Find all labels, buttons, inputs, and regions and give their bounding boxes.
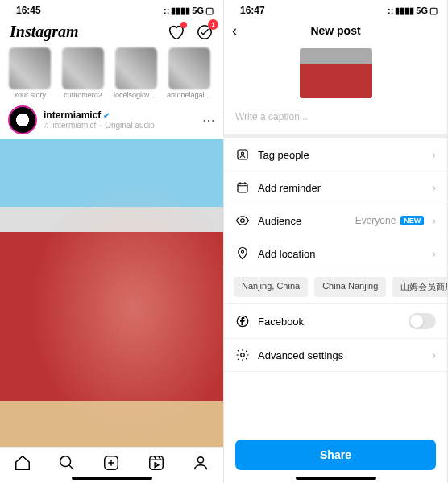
bottom-nav <box>0 447 223 477</box>
battery-icon: ▢ <box>205 6 214 16</box>
row-label: Audience <box>258 215 347 227</box>
new-badge: NEW <box>400 216 424 225</box>
messages-badge: 1 <box>208 19 218 30</box>
facebook-toggle[interactable] <box>409 313 436 329</box>
location-chip[interactable]: Nanjing, China <box>234 277 308 297</box>
network-label: 5G <box>192 6 204 15</box>
story-label: antonelagaller <box>167 91 212 99</box>
gear-icon <box>235 348 250 362</box>
status-right: :: ▮▮▮▮ 5G ▢ <box>164 6 214 16</box>
story-item[interactable]: locelsogiovani <box>113 47 160 99</box>
post-thumbnail[interactable] <box>300 48 372 98</box>
music-icon: ♫ <box>44 121 50 130</box>
signal-icon: ▮▮▮▮ <box>171 6 190 16</box>
svg-point-1 <box>60 456 71 467</box>
instagram-logo[interactable]: Instagram <box>10 23 79 41</box>
row-label: Tag people <box>258 149 424 161</box>
calendar-icon <box>235 180 250 195</box>
share-button[interactable]: Share <box>235 440 436 470</box>
audience-value: Everyone NEW <box>355 215 425 226</box>
location-icon <box>235 246 250 261</box>
row-label: Add location <box>258 248 424 260</box>
story-label: Your story <box>14 91 46 99</box>
battery-icon: ▢ <box>429 6 438 16</box>
svg-rect-3 <box>150 456 164 470</box>
row-label: Advanced settings <box>258 349 424 361</box>
create-icon[interactable] <box>102 454 120 472</box>
feed-screen: 16:45 :: ▮▮▮▮ 5G ▢ Instagram 1 Your stor… <box>0 0 224 483</box>
row-label: Facebook <box>258 316 400 328</box>
app-header: Instagram 1 <box>0 19 223 46</box>
story-label: locelsogiovani <box>114 91 159 99</box>
chevron-right-icon: › <box>432 148 436 161</box>
signal-dots: :: <box>164 6 169 15</box>
story-thumb <box>62 47 104 89</box>
tag-people-row[interactable]: Tag people › <box>224 138 447 171</box>
story-thumb <box>115 47 157 89</box>
home-indicator <box>72 477 152 480</box>
story-label: cutiromero2 <box>64 91 102 99</box>
story-item[interactable]: antonelagaller <box>166 47 213 99</box>
post-more-icon[interactable]: ⋯ <box>202 113 215 128</box>
verified-icon: ✔ <box>103 111 110 120</box>
chevron-right-icon: › <box>432 181 436 194</box>
person-tag-icon <box>235 147 250 162</box>
location-chip[interactable]: China Nanjing <box>314 277 386 297</box>
add-location-row[interactable]: Add location › <box>224 237 447 270</box>
new-post-screen: 16:47 :: ▮▮▮▮ 5G ▢ ‹ New post Write a ca… <box>224 0 448 483</box>
post-username: intermiamicf ✔ <box>44 110 196 121</box>
eye-icon <box>235 213 250 228</box>
activity-badge <box>180 22 187 28</box>
header-actions: 1 <box>167 23 214 41</box>
status-right: :: ▮▮▮▮ 5G ▢ <box>388 6 438 16</box>
status-time: 16:45 <box>16 5 41 16</box>
post-user-column[interactable]: intermiamicf ✔ ♫ intermiamicf · Original… <box>44 110 196 130</box>
location-suggestions: Nanjing, China China Nanjing 山姆会员商店 Sam <box>224 270 447 304</box>
messenger-icon[interactable]: 1 <box>196 23 214 41</box>
chevron-right-icon: › <box>432 349 436 361</box>
svg-point-8 <box>241 219 245 223</box>
reels-icon[interactable] <box>147 454 165 472</box>
profile-icon[interactable] <box>192 454 209 472</box>
status-bar: 16:47 :: ▮▮▮▮ 5G ▢ <box>224 0 447 19</box>
svg-point-11 <box>241 353 245 357</box>
signal-dots: :: <box>388 6 393 15</box>
svg-point-4 <box>198 457 204 463</box>
home-indicator <box>296 477 376 480</box>
post-audio-line[interactable]: ♫ intermiamicf · Original audio <box>44 121 196 130</box>
caption-input[interactable]: Write a caption... <box>224 106 447 134</box>
stories-tray[interactable]: Your story cutiromero2 locelsogiovani an… <box>0 46 223 101</box>
chevron-right-icon: › <box>432 247 436 260</box>
network-label: 5G <box>416 6 428 15</box>
row-label: Add reminder <box>258 182 424 194</box>
audience-row[interactable]: Audience Everyone NEW › <box>224 204 447 237</box>
back-icon[interactable]: ‹ <box>232 23 237 39</box>
page-title: New post <box>310 24 360 37</box>
add-reminder-row[interactable]: Add reminder › <box>224 171 447 204</box>
signal-icon: ▮▮▮▮ <box>395 6 414 16</box>
chevron-right-icon: › <box>432 214 436 227</box>
story-item[interactable]: cutiromero2 <box>60 47 106 99</box>
activity-icon[interactable] <box>167 23 185 41</box>
status-bar: 16:45 :: ▮▮▮▮ 5G ▢ <box>0 0 223 19</box>
search-icon[interactable] <box>58 454 76 472</box>
story-thumb <box>168 47 210 89</box>
facebook-row[interactable]: Facebook <box>224 304 447 339</box>
story-thumb <box>9 47 51 89</box>
post-header: intermiamicf ✔ ♫ intermiamicf · Original… <box>0 101 223 139</box>
new-post-header: ‹ New post <box>224 19 447 43</box>
svg-point-9 <box>242 250 244 253</box>
svg-point-6 <box>242 152 244 155</box>
svg-rect-7 <box>238 184 247 192</box>
status-time: 16:47 <box>240 5 265 16</box>
facebook-icon <box>235 314 250 328</box>
avatar[interactable] <box>8 105 37 134</box>
story-item[interactable]: Your story <box>6 47 53 99</box>
post-media[interactable] <box>0 139 223 447</box>
advanced-settings-row[interactable]: Advanced settings › <box>224 339 447 372</box>
home-icon[interactable] <box>14 454 31 472</box>
location-chip[interactable]: 山姆会员商店 Sam <box>392 277 447 297</box>
